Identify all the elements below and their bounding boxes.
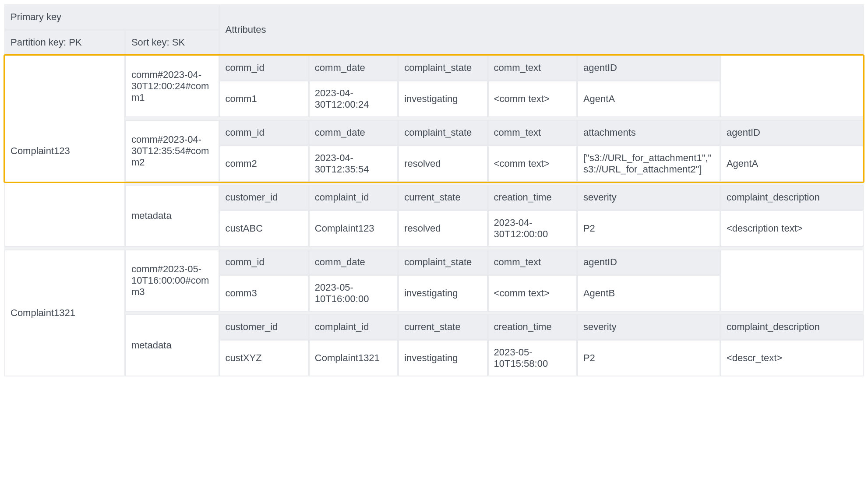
attr-name: comm_id: [219, 55, 309, 81]
attr-name: customer_id: [219, 185, 309, 210]
sk-cell: metadata: [125, 185, 219, 247]
attr-value: ["s3://URL_for_attachment1","s3://URL_fo…: [577, 145, 720, 182]
attr-value: comm3: [219, 275, 309, 312]
attr-value: P2: [577, 340, 720, 376]
attr-value: investigating: [398, 81, 487, 117]
attr-name: comm_id: [219, 120, 309, 145]
attr-name: severity: [577, 185, 720, 210]
attr-name: comm_text: [488, 250, 577, 275]
attributes-header: Attributes: [219, 4, 864, 55]
attr-value: <descr_text>: [720, 340, 864, 376]
attr-value: 2023-05-10T16:00:00: [309, 275, 398, 312]
header-row-1: Primary key Attributes: [4, 4, 864, 30]
attr-value: resolved: [398, 210, 487, 247]
attr-value: comm2: [219, 145, 309, 182]
sk-cell: comm#2023-04-30T12:35:54#comm2: [125, 120, 219, 182]
pk-header: Partition key: PK: [4, 30, 125, 55]
attr-value: 2023-04-30T12:35:54: [309, 145, 398, 182]
attr-name: comm_date: [309, 120, 398, 145]
attr-value: resolved: [398, 145, 487, 182]
attr-value: <comm text>: [488, 81, 577, 117]
primary-key-header: Primary key: [4, 4, 219, 30]
attr-name: attachments: [577, 120, 720, 145]
sk-cell: comm#2023-05-10T16:00:00#comm3: [125, 250, 219, 312]
table-row: metadata customer_id complaint_id curren…: [4, 314, 864, 340]
attr-value: investigating: [398, 340, 487, 376]
attr-empty: [720, 55, 864, 117]
attr-value: custXYZ: [219, 340, 309, 376]
attr-name: current_state: [398, 314, 487, 340]
attr-name: comm_text: [488, 120, 577, 145]
attr-value: <comm text>: [488, 275, 577, 312]
attr-name: complaint_description: [720, 185, 864, 210]
attr-value: custABC: [219, 210, 309, 247]
attr-name: comm_id: [219, 250, 309, 275]
attr-name: comm_date: [309, 55, 398, 81]
table-row: metadata customer_id complaint_id curren…: [4, 185, 864, 210]
sk-cell: comm#2023-04-30T12:00:24#comm1: [125, 55, 219, 117]
attr-name: complaint_state: [398, 55, 487, 81]
attr-empty: [720, 250, 864, 312]
attr-value: P2: [577, 210, 720, 247]
attr-value: AgentA: [720, 145, 864, 182]
table-row: comm#2023-04-30T12:35:54#comm2 comm_id c…: [4, 120, 864, 145]
sk-header: Sort key: SK: [125, 30, 219, 55]
attr-value: AgentB: [577, 275, 720, 312]
table-row: Complaint123 comm#2023-04-30T12:00:24#co…: [4, 55, 864, 81]
attr-value: Complaint123: [309, 210, 398, 247]
table-row: Complaint1321 comm#2023-05-10T16:00:00#c…: [4, 250, 864, 275]
attr-name: complaint_id: [309, 314, 398, 340]
attr-name: severity: [577, 314, 720, 340]
attr-value: Complaint1321: [309, 340, 398, 376]
attr-name: agentID: [577, 250, 720, 275]
pk-cell: Complaint1321: [4, 250, 125, 376]
attr-value: investigating: [398, 275, 487, 312]
attr-value: AgentA: [577, 81, 720, 117]
attr-name: comm_date: [309, 250, 398, 275]
attr-name: comm_text: [488, 55, 577, 81]
attr-name: complaint_state: [398, 120, 487, 145]
attr-name: agentID: [720, 120, 864, 145]
attr-name: creation_time: [488, 314, 577, 340]
attr-value: 2023-04-30T12:00:00: [488, 210, 577, 247]
attr-name: creation_time: [488, 185, 577, 210]
attr-value: comm1: [219, 81, 309, 117]
attr-value: <comm text>: [488, 145, 577, 182]
attr-name: current_state: [398, 185, 487, 210]
pk-cell: Complaint123: [4, 55, 125, 247]
attr-value: 2023-05-10T15:58:00: [488, 340, 577, 376]
attr-name: complaint_description: [720, 314, 864, 340]
attr-name: agentID: [577, 55, 720, 81]
dynamodb-table: Primary key Attributes Partition key: PK…: [4, 4, 864, 376]
attr-name: customer_id: [219, 314, 309, 340]
attr-value: 2023-04-30T12:00:24: [309, 81, 398, 117]
attr-value: <description text>: [720, 210, 864, 247]
attr-name: complaint_id: [309, 185, 398, 210]
table-wrapper: Primary key Attributes Partition key: PK…: [4, 4, 864, 376]
attr-name: complaint_state: [398, 250, 487, 275]
sk-cell: metadata: [125, 314, 219, 376]
